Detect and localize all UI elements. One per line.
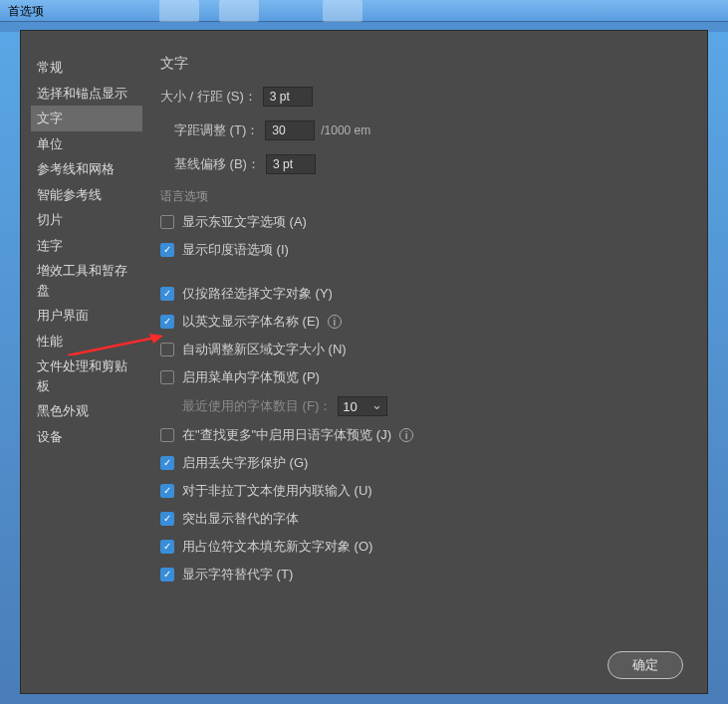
titlebar: 首选项	[0, 0, 728, 22]
sidebar-item[interactable]: 常规	[31, 55, 142, 81]
taskbar-app-icon	[323, 0, 363, 22]
sidebar-item[interactable]: 智能参考线	[31, 182, 142, 208]
alt-glyph-checkbox[interactable]	[160, 568, 174, 582]
sidebar-item[interactable]: 单位	[31, 131, 142, 157]
preferences-dialog: 常规选择和锚点显示文字单位参考线和网格智能参考线切片连字增效工具和暂存盘用户界面…	[20, 30, 708, 694]
tracking-unit: /1000 em	[321, 123, 370, 137]
info-icon[interactable]: i	[328, 315, 342, 329]
highlight-subst-label: 突出显示替代的字体	[182, 510, 299, 528]
type-panel: 文字 大小 / 行距 (S)： 字距调整 (T)： /1000 em 基线偏移 …	[150, 55, 697, 627]
missing-glyph-checkbox[interactable]	[160, 456, 174, 470]
english-fontnames-checkbox[interactable]	[160, 315, 174, 329]
baseline-input[interactable]	[266, 154, 316, 174]
path-select-label: 仅按路径选择文字对象 (Y)	[182, 285, 333, 303]
menu-preview-label: 启用菜单内字体预览 (P)	[182, 368, 320, 386]
menu-preview-checkbox[interactable]	[160, 370, 174, 384]
dialog-footer: 确定	[21, 637, 707, 693]
sidebar-item[interactable]: 性能	[31, 329, 142, 354]
sidebar-item[interactable]: 参考线和网格	[31, 156, 142, 182]
placeholder-text-label: 用占位符文本填充新文字对象 (O)	[182, 538, 372, 556]
jp-findmore-checkbox[interactable]	[160, 428, 174, 442]
east-asian-label: 显示东亚文字选项 (A)	[182, 213, 307, 231]
indic-checkbox[interactable]	[160, 243, 174, 257]
path-select-checkbox[interactable]	[160, 287, 174, 301]
auto-size-checkbox[interactable]	[160, 343, 174, 356]
recent-fonts-label: 最近使用的字体数目 (F)：	[182, 397, 332, 415]
window-title: 首选项	[8, 4, 44, 18]
auto-size-label: 自动调整新区域文字大小 (N)	[182, 341, 347, 358]
language-options-header: 语言选项	[160, 188, 697, 205]
inline-input-label: 对于非拉丁文本使用内联输入 (U)	[182, 482, 372, 500]
sidebar-item[interactable]: 连字	[31, 233, 142, 259]
inline-input-checkbox[interactable]	[160, 484, 174, 498]
jp-findmore-label: 在"查找更多"中启用日语字体预览 (J)	[182, 426, 391, 444]
sidebar-item[interactable]: 文字	[31, 106, 142, 131]
panel-title: 文字	[160, 55, 697, 73]
tracking-input[interactable]	[265, 120, 315, 140]
info-icon[interactable]: i	[399, 428, 413, 442]
east-asian-checkbox[interactable]	[160, 215, 174, 229]
baseline-label: 基线偏移 (B)：	[174, 155, 260, 173]
sidebar-item[interactable]: 黑色外观	[31, 398, 142, 424]
size-leading-label: 大小 / 行距 (S)：	[160, 88, 257, 106]
sidebar-item[interactable]: 选择和锚点显示	[31, 81, 142, 107]
sidebar-item[interactable]: 文件处理和剪贴板	[31, 353, 142, 398]
category-sidebar: 常规选择和锚点显示文字单位参考线和网格智能参考线切片连字增效工具和暂存盘用户界面…	[31, 55, 150, 627]
missing-glyph-label: 启用丢失字形保护 (G)	[182, 454, 308, 472]
highlight-subst-checkbox[interactable]	[160, 512, 174, 526]
sidebar-item[interactable]: 用户界面	[31, 303, 142, 329]
size-leading-input[interactable]	[263, 87, 313, 107]
ok-button[interactable]: 确定	[607, 651, 683, 679]
recent-fonts-select[interactable]: 10	[338, 396, 387, 416]
indic-label: 显示印度语选项 (I)	[182, 241, 289, 259]
alt-glyph-label: 显示字符替代字 (T)	[182, 566, 293, 584]
taskbar-app-icon	[159, 0, 199, 22]
english-fontnames-label: 以英文显示字体名称 (E)	[182, 313, 320, 331]
placeholder-text-checkbox[interactable]	[160, 540, 174, 554]
sidebar-item[interactable]: 切片	[31, 207, 142, 233]
taskbar-app-icon	[219, 0, 259, 22]
sidebar-item[interactable]: 增效工具和暂存盘	[31, 258, 142, 303]
tracking-label: 字距调整 (T)：	[174, 121, 259, 139]
sidebar-item[interactable]: 设备	[31, 424, 142, 450]
